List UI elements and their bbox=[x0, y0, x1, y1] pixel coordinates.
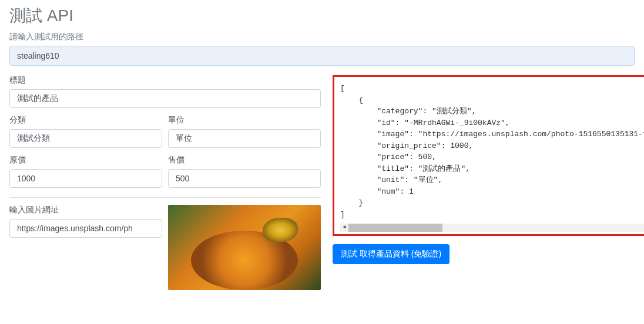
image-url-label: 輸入圖片網址 bbox=[9, 205, 162, 215]
unit-input[interactable] bbox=[168, 129, 321, 148]
json-response-text: [ { "category": "測試分類", "id": "-MRrdhAGW… bbox=[340, 84, 644, 219]
unit-label: 單位 bbox=[168, 115, 321, 126]
scrollbar-thumb[interactable] bbox=[348, 224, 442, 232]
path-subtitle: 請輸入測試用的路徑 bbox=[9, 32, 635, 42]
form-column: 標題 分類 單位 原價 售價 bbox=[9, 75, 321, 290]
scroll-left-arrow-icon[interactable]: ◀ bbox=[340, 224, 348, 232]
price-label: 售價 bbox=[168, 155, 321, 166]
page-title: 測試 API bbox=[9, 5, 635, 27]
category-input[interactable] bbox=[9, 129, 162, 148]
price-input[interactable] bbox=[168, 169, 321, 188]
test-get-product-button[interactable]: 測試 取得產品資料 (免驗證) bbox=[333, 244, 450, 264]
title-label: 標題 bbox=[9, 75, 321, 86]
response-column: [ { "category": "測試分類", "id": "-MRrdhAGW… bbox=[333, 75, 644, 290]
json-response-box: [ { "category": "測試分類", "id": "-MRrdhAGW… bbox=[333, 75, 644, 236]
path-input[interactable] bbox=[9, 46, 635, 66]
origin-price-input[interactable] bbox=[9, 169, 162, 188]
image-preview bbox=[168, 205, 321, 290]
image-url-input[interactable] bbox=[9, 219, 162, 238]
category-label: 分類 bbox=[9, 115, 162, 126]
origin-price-label: 原價 bbox=[9, 155, 162, 166]
divider bbox=[9, 197, 321, 198]
title-input[interactable] bbox=[9, 89, 321, 108]
horizontal-scrollbar[interactable]: ◀▶ bbox=[340, 224, 644, 232]
